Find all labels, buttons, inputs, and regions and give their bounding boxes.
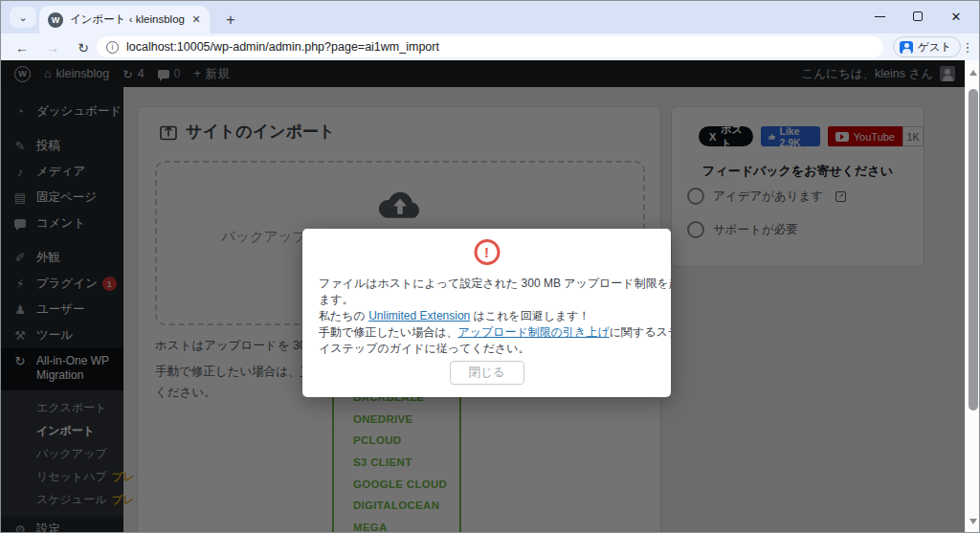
tab-close-icon[interactable]: ✕ [189, 12, 204, 28]
scrollbar-thumb[interactable] [969, 89, 978, 411]
back-button[interactable]: ← [11, 36, 33, 59]
upload-limit-dialog: ! ファイルはホストによって設定された 300 MB アップロード制限を超えてい… [302, 229, 671, 397]
tab-search-button[interactable]: ⌄ [10, 7, 36, 28]
dialog-line: イステップのガイドに従ってください。 [319, 341, 671, 357]
wordpress-favicon-icon: W [48, 12, 63, 28]
guest-label: ゲスト [918, 40, 951, 55]
browser-tab[interactable]: W インポート ‹ kleinsblog — WordPr ✕ [39, 6, 210, 33]
browser-menu-button[interactable]: ⋮ [958, 36, 977, 57]
unlimited-extension-link[interactable]: Unlimited Extension [368, 309, 470, 322]
raise-upload-limit-link[interactable]: アップロード制限の引き上げ [457, 325, 609, 339]
alert-icon: ! [474, 239, 500, 265]
dialog-line: ます。 [319, 292, 671, 308]
wp-admin-page: W ⌂ kleinsblog ↻ 4 0 + 新規 こんにちは、kleins さ… [1, 60, 965, 533]
forward-button[interactable]: → [41, 36, 64, 59]
close-window-button[interactable]: ✕ [937, 1, 975, 32]
refresh-button[interactable]: ↻ [72, 36, 95, 59]
minimize-icon [875, 16, 885, 17]
dialog-text-fragment: 私たちの [319, 309, 368, 322]
address-bar[interactable]: i localhost:10005/wp-admin/admin.php?pag… [97, 36, 883, 57]
maximize-icon [913, 11, 923, 21]
scroll-up-arrow[interactable] [969, 66, 977, 76]
page-scrollbar[interactable] [965, 60, 980, 533]
tab-title: インポート ‹ kleinsblog — WordPr [70, 12, 185, 27]
window-controls: ✕ [860, 1, 975, 32]
maximize-button[interactable] [899, 1, 937, 32]
page-info-icon[interactable]: i [106, 41, 119, 54]
guest-avatar-icon [900, 41, 913, 54]
dialog-text-fragment: はこれを回避します！ [470, 309, 590, 322]
dialog-text-fragment: に関するステップバ [610, 325, 671, 339]
minimize-button[interactable] [860, 1, 899, 32]
close-icon: ✕ [951, 11, 962, 23]
dialog-text: ファイルはホストによって設定された 300 MB アップロード制限を超えてい ま… [319, 276, 671, 357]
dialog-line: 手動で修正したい場合は、アップロード制限の引き上げに関するステップバ [319, 324, 671, 341]
url-text: localhost:10005/wp-admin/admin.php?page=… [126, 40, 439, 54]
dialog-line: ファイルはホストによって設定された 300 MB アップロード制限を超えてい [319, 276, 671, 292]
new-tab-button[interactable]: + [219, 9, 242, 32]
scroll-down-arrow[interactable] [969, 519, 977, 528]
tab-strip: ⌄ W インポート ‹ kleinsblog — WordPr ✕ + ✕ [1, 1, 980, 33]
chevron-down-icon: ⌄ [18, 11, 27, 24]
close-dialog-button[interactable]: 閉じる [450, 361, 524, 385]
dialog-text-fragment: 手動で修正したい場合は、 [319, 325, 457, 339]
dialog-line: 私たちの Unlimited Extension はこれを回避します！ [319, 308, 671, 324]
browser-window: ⌄ W インポート ‹ kleinsblog — WordPr ✕ + ✕ ← … [0, 0, 980, 533]
guest-profile-button[interactable]: ゲスト [893, 36, 961, 57]
